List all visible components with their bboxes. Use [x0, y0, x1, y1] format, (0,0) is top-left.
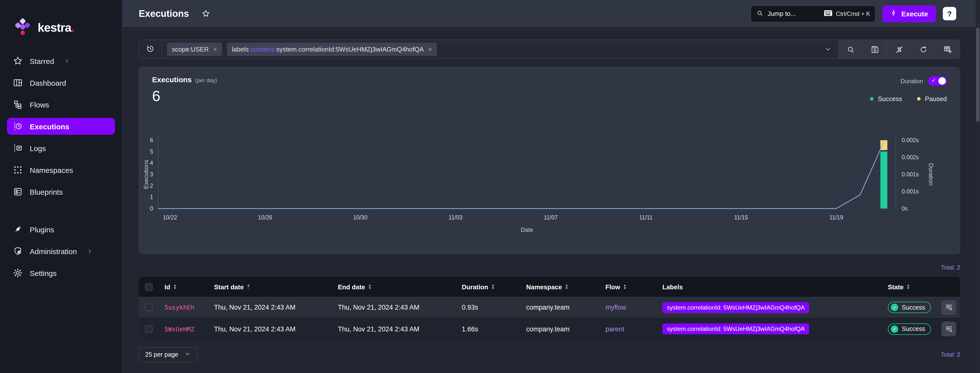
label-chip[interactable]: system.correlationId: 5WsUeHMZj3wIAGmQ4h…	[662, 324, 809, 334]
scrollbar-thumb[interactable]	[976, 28, 980, 122]
sidebar-item-dashboard[interactable]: Dashboard	[7, 74, 115, 91]
filter-input[interactable]: scope:USER × labels:contains:system.corr…	[139, 40, 838, 59]
right-axis-tick: 0.001s	[902, 171, 919, 178]
filter-reset-button[interactable]	[887, 40, 911, 59]
legend-item-success[interactable]: Success	[870, 95, 902, 103]
row-checkbox[interactable]	[145, 304, 152, 311]
right-axis-tick: 0s	[902, 205, 908, 212]
chevron-right-icon	[64, 58, 70, 64]
state-badge: ✓ Success	[888, 323, 931, 335]
sidebar-item-starred[interactable]: Starred	[7, 52, 115, 69]
select-all-checkbox[interactable]	[145, 283, 152, 290]
logs-icon	[13, 143, 23, 153]
chevron-down-icon[interactable]	[818, 46, 838, 53]
jump-to-search[interactable]: Jump to... Ctrl/Cmd + K	[751, 5, 876, 22]
duration-cell: 1.66s	[456, 325, 520, 333]
execution-id-link[interactable]: 5WsUeHMZ	[164, 325, 194, 333]
sidebar-item-label: Administration	[30, 247, 77, 256]
column-header-id[interactable]: Id ▲▼	[159, 283, 208, 290]
left-axis-tick: 2	[150, 183, 153, 189]
left-axis-tick: 5	[150, 148, 153, 155]
administration-icon	[13, 246, 23, 256]
namespace-cell: company.team	[520, 304, 600, 311]
sidebar-item-plugins[interactable]: Plugins	[7, 221, 115, 238]
right-axis-tick: 0.002s	[902, 137, 919, 143]
filter-search-button[interactable]	[838, 40, 862, 59]
duration-toggle[interactable]: ✓	[928, 76, 947, 86]
row-logs-button[interactable]	[941, 300, 956, 315]
filter-chip-labels[interactable]: labels:contains:system.correlationId:5Ws…	[227, 43, 437, 56]
duration-toggle-label: Duration	[900, 78, 923, 84]
help-button[interactable]: ?	[943, 7, 956, 20]
sidebar-item-settings[interactable]: Settings	[7, 265, 115, 281]
execution-id-link[interactable]: 5usykhEh	[164, 304, 194, 311]
filter-history-button[interactable]	[139, 40, 162, 59]
chart-legend: Success Paused	[870, 95, 947, 103]
x-axis-label: Date	[521, 226, 533, 233]
sidebar-item-label: Settings	[30, 269, 56, 277]
executions-chart: 01234560s0.001s0.001s0.002s0.002s10/2210…	[143, 116, 936, 234]
row-logs-button[interactable]	[941, 322, 956, 336]
search-icon	[756, 9, 764, 18]
row-checkbox[interactable]	[145, 325, 152, 333]
paused-dot-icon	[917, 97, 921, 100]
per-page-select[interactable]: 25 per page	[139, 347, 197, 362]
legend-item-paused[interactable]: Paused	[917, 95, 947, 103]
column-header-namespace[interactable]: Namespace ▲▼	[520, 283, 600, 290]
label-chip[interactable]: system.correlationId: 5WsUeHMZj3wIAGmQ4h…	[662, 302, 809, 313]
sidebar-item-namespaces[interactable]: Namespaces	[7, 162, 115, 178]
right-axis-tick: 0.001s	[902, 188, 919, 195]
kestra-logo-icon	[13, 18, 33, 38]
sidebar-item-flows[interactable]: Flows	[7, 96, 115, 113]
sort-icon-active: ▲▼	[247, 284, 250, 290]
kestra-logo[interactable]: kestra.	[7, 17, 115, 39]
page-scrollbar[interactable]	[975, 0, 980, 373]
right-axis-tick: 0.002s	[902, 154, 919, 160]
flows-icon	[13, 100, 23, 110]
filter-bar: scope:USER × labels:contains:system.corr…	[139, 40, 960, 59]
left-axis-tick: 0	[150, 205, 153, 212]
sidebar-item-administration[interactable]: Administration	[7, 243, 115, 260]
x-axis-tick: 11/19	[829, 214, 843, 221]
execute-button[interactable]: Execute	[883, 5, 936, 22]
content: scope:USER × labels:contains:system.corr…	[123, 28, 980, 362]
chevron-right-icon	[87, 248, 93, 254]
duration-cell: 0.93s	[456, 304, 520, 311]
table-settings-button[interactable]	[935, 40, 960, 59]
favorite-star-icon[interactable]	[202, 10, 210, 18]
filter-actions	[838, 40, 960, 59]
column-header-start-date[interactable]: Start date ▲▼	[208, 283, 332, 290]
column-header-state[interactable]: State ▲▼	[882, 283, 941, 290]
sidebar-item-executions[interactable]: Executions	[7, 118, 115, 135]
sidebar-item-label: Executions	[30, 122, 69, 130]
close-icon[interactable]: ×	[213, 46, 217, 53]
page-title: Executions	[139, 8, 189, 19]
sidebar-item-blueprints[interactable]: Blueprints	[7, 183, 115, 200]
table-header-row: Id ▲▼ Start date ▲▼ End date ▲▼ Duration…	[139, 277, 960, 297]
success-check-icon: ✓	[891, 325, 898, 333]
column-header-end-date[interactable]: End date ▲▼	[332, 283, 456, 290]
save-filter-button[interactable]	[862, 40, 887, 59]
sidebar-item-logs[interactable]: Logs	[7, 140, 115, 157]
sort-icon: ▲▼	[623, 284, 627, 290]
column-header-duration[interactable]: Duration ▲▼	[456, 283, 520, 290]
x-axis-tick: 10/26	[258, 214, 272, 221]
topbar-actions: Jump to... Ctrl/Cmd + K Execute ?	[751, 5, 956, 22]
flow-link[interactable]: parent	[605, 325, 625, 333]
x-axis-tick: 10/30	[353, 214, 368, 221]
end-date-cell: Thu, Nov 21, 2024 2:43 AM	[332, 304, 456, 311]
table-row[interactable]: 5usykhEh Thu, Nov 21, 2024 2:43 AM Thu, …	[139, 297, 960, 318]
close-icon[interactable]: ×	[428, 46, 432, 53]
table-footer: 25 per page Total: 2	[139, 347, 960, 362]
flow-link[interactable]: myflow	[605, 304, 626, 311]
filter-chip-scope[interactable]: scope:USER ×	[167, 43, 222, 56]
table-row[interactable]: 5WsUeHMZ Thu, Nov 21, 2024 2:43 AM Thu, …	[139, 318, 960, 339]
star-icon	[13, 56, 23, 66]
column-header-flow[interactable]: Flow ▲▼	[600, 283, 657, 290]
start-date-cell: Thu, Nov 21, 2024 2:43 AM	[208, 304, 332, 311]
executions-icon	[13, 121, 23, 131]
left-axis-tick: 3	[150, 171, 153, 178]
sort-icon: ▲▼	[491, 284, 495, 290]
refresh-button[interactable]	[911, 40, 935, 59]
bar-success	[880, 152, 887, 208]
